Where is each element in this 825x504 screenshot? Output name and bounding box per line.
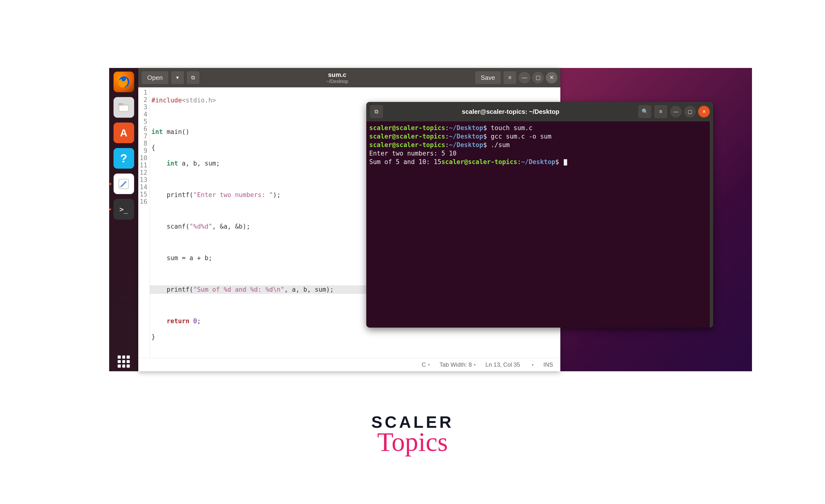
dock-help-icon[interactable]: ? [114, 148, 134, 169]
minimize-button[interactable]: — [670, 106, 682, 118]
dock-firefox-icon[interactable] [114, 72, 134, 92]
tab-width-selector[interactable]: Tab Width: 8▾ [440, 361, 476, 368]
dock-gedit-icon[interactable] [114, 173, 134, 194]
hamburger-menu-button[interactable]: ≡ [503, 71, 517, 84]
new-tab-button[interactable]: ⧉ [370, 105, 383, 119]
open-recent-dropdown[interactable]: ▾ [171, 71, 184, 84]
dock-files-icon[interactable] [114, 97, 134, 118]
dock: A ? >_ [109, 68, 138, 371]
search-button[interactable]: 🔍 [638, 105, 652, 119]
close-button[interactable]: ✕ [698, 106, 710, 118]
dock-terminal-icon[interactable]: >_ [114, 199, 134, 220]
terminal-output-line: Sum of 5 and 10: 15 [369, 158, 441, 165]
maximize-button[interactable]: ▢ [532, 72, 544, 83]
gedit-headerbar: Open ▾ ⧉ sum.c ~/Desktop Save ≡ — ▢ ✕ [138, 68, 560, 87]
svg-rect-5 [120, 186, 122, 187]
svg-rect-3 [119, 105, 128, 111]
minimize-button[interactable]: — [519, 72, 530, 83]
insert-mode[interactable]: INS [543, 361, 553, 368]
terminal-output-line: Enter two numbers: 5 10 [369, 149, 707, 158]
terminal-headerbar: ⧉ scaler@scaler-topics: ~/Desktop 🔍 ≡ — … [366, 102, 713, 121]
svg-rect-2 [119, 103, 123, 105]
terminal-window: ⧉ scaler@scaler-topics: ~/Desktop 🔍 ≡ — … [366, 102, 713, 328]
open-button[interactable]: Open [141, 71, 169, 84]
language-selector[interactable]: C▾ [422, 361, 430, 368]
window-subtitle: ~/Desktop [202, 79, 473, 84]
ubuntu-desktop: A ? >_ Open ▾ ⧉ sum.c ~/Desktop Save ≡ —… [109, 68, 752, 371]
close-button[interactable]: ✕ [546, 72, 557, 83]
cursor-position[interactable]: Ln 13, Col 35▾ [485, 361, 534, 368]
dock-software-icon[interactable]: A [114, 123, 134, 143]
terminal-title: scaler@scaler-topics: ~/Desktop [386, 108, 635, 116]
dock-apps-grid-icon[interactable] [118, 356, 130, 368]
window-title: sum.c [202, 71, 473, 79]
cursor-icon [564, 159, 567, 165]
status-bar: C▾ Tab Width: 8▾ Ln 13, Col 35▾ INS [138, 358, 560, 371]
line-gutter: 1 2 3 4 5 6 7 8 9 10 11 12 13 14 15 16 [138, 87, 150, 358]
hamburger-menu-button[interactable]: ≡ [654, 105, 668, 119]
scaler-topics-logo: SCALER Topics [371, 413, 454, 457]
logo-line-2: Topics [371, 427, 454, 457]
terminal-content[interactable]: scaler@scaler-topics:~/Desktop$ touch su… [366, 121, 713, 328]
new-tab-button[interactable]: ⧉ [186, 71, 200, 84]
maximize-button[interactable]: ▢ [684, 106, 696, 118]
save-button[interactable]: Save [475, 71, 501, 84]
